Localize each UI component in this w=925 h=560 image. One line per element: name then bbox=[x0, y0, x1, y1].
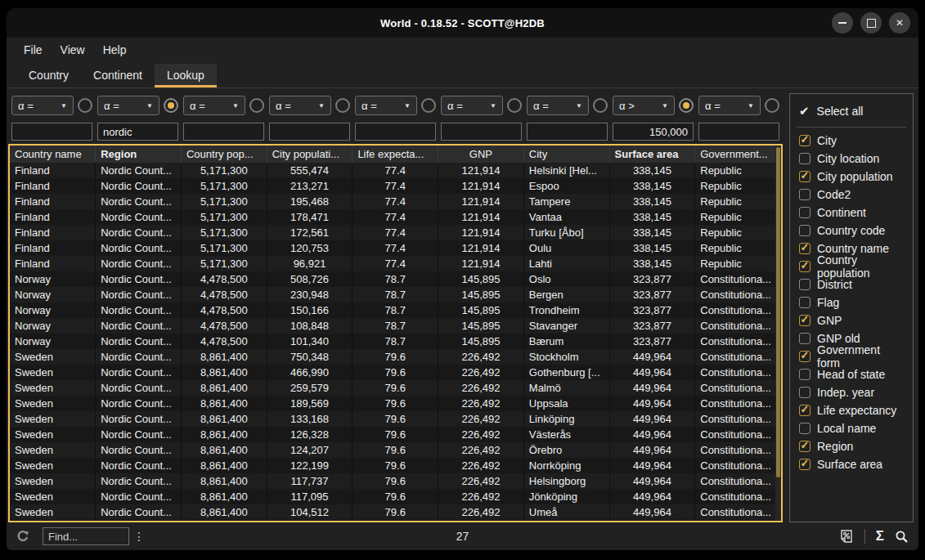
filter-active-radio-9[interactable] bbox=[765, 98, 779, 113]
table-row[interactable]: FinlandNordic Count...5,171,300172,56177… bbox=[10, 225, 781, 240]
table-row[interactable]: SwedenNordic Count...8,861,400117,73779.… bbox=[10, 473, 781, 489]
table-row[interactable]: FinlandNordic Count...5,171,300213,27177… bbox=[10, 178, 781, 194]
column-header-surface-area[interactable]: Surface area bbox=[609, 146, 695, 163]
table-row[interactable]: SwedenNordic Count...8,861,400189,56979.… bbox=[10, 396, 781, 411]
column-header-city[interactable]: City bbox=[523, 146, 609, 163]
table-cell-city: Oulu bbox=[523, 240, 609, 256]
field-toggle-city-population[interactable]: City population bbox=[790, 168, 913, 186]
filter-active-radio-1[interactable] bbox=[78, 98, 92, 113]
table-row[interactable]: FinlandNordic Count...5,171,300178,47177… bbox=[10, 209, 781, 225]
field-toggle-city[interactable]: City bbox=[790, 132, 913, 150]
table-cell-government: Constitutiona... bbox=[695, 442, 781, 458]
table-cell-gnp: 145,895 bbox=[438, 287, 524, 302]
field-toggle-continent[interactable]: Continent bbox=[790, 204, 913, 222]
tab-continent[interactable]: Continent bbox=[81, 64, 155, 87]
titlebar[interactable]: World - 0.18.52 - SCOTT@H2DB ✕ bbox=[7, 8, 918, 38]
table-row[interactable]: NorwayNordic Count...4,478,500508,72678.… bbox=[10, 271, 781, 287]
table-vertical-scrollbar[interactable] bbox=[775, 146, 781, 521]
table-row[interactable]: NorwayNordic Count...4,478,500150,16678.… bbox=[10, 302, 781, 318]
table-row[interactable]: NorwayNordic Count...4,478,500101,34078.… bbox=[10, 334, 781, 349]
filter-operator-dropdown-1[interactable]: α =▼ bbox=[11, 96, 74, 115]
field-toggle-gnp[interactable]: GNP bbox=[790, 311, 913, 329]
filter-active-radio-6[interactable] bbox=[507, 98, 522, 113]
filter-operator-dropdown-9[interactable]: α =▼ bbox=[698, 96, 761, 115]
field-toggle-surface-area[interactable]: Surface area bbox=[790, 455, 913, 473]
table-row[interactable]: SwedenNordic Count...8,861,400750,34879.… bbox=[10, 349, 781, 365]
filter-value-input-9[interactable] bbox=[698, 123, 779, 141]
column-header-city-populati[interactable]: City populati... bbox=[267, 146, 352, 163]
table-cell-city: Helsinki [Hel... bbox=[523, 163, 609, 178]
field-toggle-code2[interactable]: Code2 bbox=[790, 186, 913, 204]
filter-operator-dropdown-2[interactable]: α =▼ bbox=[97, 96, 159, 115]
table-row[interactable]: SwedenNordic Count...8,861,400104,51279.… bbox=[10, 504, 781, 520]
field-toggle-life-expectancy[interactable]: Life expectancy bbox=[790, 401, 913, 419]
table-cell-region: Nordic Count... bbox=[96, 458, 182, 473]
table-row[interactable]: NorwayNordic Count...4,478,500108,84878.… bbox=[10, 318, 781, 334]
table-row[interactable]: FinlandNordic Count...5,171,300120,75377… bbox=[10, 240, 781, 256]
field-toggle-country-population[interactable]: Country population bbox=[790, 258, 913, 276]
menu-help[interactable]: Help bbox=[94, 40, 136, 60]
tab-country[interactable]: Country bbox=[16, 64, 81, 87]
column-header-region[interactable]: Region bbox=[96, 146, 182, 163]
aggregate-sum-button[interactable]: Σ bbox=[876, 528, 884, 544]
filter-operator-dropdown-8[interactable]: α >▼ bbox=[613, 96, 675, 115]
results-table[interactable]: Country nameRegionCountry pop...City pop… bbox=[8, 144, 783, 522]
filter-value-input-1[interactable] bbox=[11, 123, 92, 141]
column-header-life-expecta[interactable]: Life expecta... bbox=[352, 146, 438, 163]
field-toggle-government-form[interactable]: Government form bbox=[790, 347, 913, 365]
menu-view[interactable]: View bbox=[52, 40, 94, 60]
filter-operator-dropdown-4[interactable]: α =▼ bbox=[269, 96, 331, 115]
maximize-button[interactable] bbox=[860, 12, 882, 34]
table-row[interactable]: FinlandNordic Count...5,171,300195,46877… bbox=[10, 194, 781, 209]
filter-active-radio-8[interactable] bbox=[679, 98, 694, 113]
table-row[interactable]: SwedenNordic Count...8,861,400133,16879.… bbox=[10, 411, 781, 427]
field-toggle-indep-year[interactable]: Indep. year bbox=[790, 383, 913, 401]
filter-active-radio-2[interactable] bbox=[164, 98, 178, 113]
filter-active-radio-5[interactable] bbox=[421, 98, 436, 113]
statistics-panel-button[interactable] bbox=[839, 529, 854, 544]
field-toggle-city-location[interactable]: City location bbox=[790, 150, 913, 168]
column-header-country-name[interactable]: Country name bbox=[10, 146, 96, 163]
filter-active-radio-3[interactable] bbox=[249, 98, 264, 113]
column-header-government[interactable]: Government... bbox=[695, 146, 781, 163]
table-row[interactable]: SwedenNordic Count...8,861,400124,20779.… bbox=[10, 442, 781, 458]
scrollbar-thumb[interactable] bbox=[776, 147, 780, 477]
minimize-button[interactable] bbox=[832, 12, 853, 34]
field-toggle-local-name[interactable]: Local name bbox=[790, 419, 913, 437]
table-row[interactable]: FinlandNordic Count...5,171,30096,92177.… bbox=[10, 256, 781, 271]
filter-active-radio-7[interactable] bbox=[593, 98, 608, 113]
tab-lookup[interactable]: Lookup bbox=[155, 64, 217, 87]
menu-file[interactable]: File bbox=[15, 40, 52, 60]
table-row[interactable]: FinlandNordic Count...5,171,300555,47477… bbox=[10, 163, 781, 178]
close-button[interactable]: ✕ bbox=[889, 12, 910, 34]
table-row[interactable]: SwedenNordic Count...8,861,400122,19979.… bbox=[10, 458, 781, 473]
filter-operator-dropdown-7[interactable]: α =▼ bbox=[527, 96, 589, 115]
table-cell-city: Vantaa bbox=[523, 209, 609, 225]
filter-operator-dropdown-5[interactable]: α =▼ bbox=[355, 96, 417, 115]
table-row[interactable]: SwedenNordic Count...8,861,400126,32879.… bbox=[10, 427, 781, 442]
field-toggle-flag[interactable]: Flag bbox=[790, 293, 913, 311]
filter-active-radio-4[interactable] bbox=[335, 98, 350, 113]
select-all-button[interactable]: ✔ Select all bbox=[790, 97, 913, 123]
field-toggle-country-code[interactable]: Country code bbox=[790, 222, 913, 240]
filter-value-input-4[interactable] bbox=[269, 123, 350, 141]
table-row[interactable]: SwedenNordic Count...8,861,400259,57979.… bbox=[10, 380, 781, 396]
table-cell-city-populati: 213,271 bbox=[267, 178, 352, 194]
filter-operator-dropdown-3[interactable]: α =▼ bbox=[183, 96, 245, 115]
table-row[interactable]: NorwayNordic Count...4,478,500230,94878.… bbox=[10, 287, 781, 302]
column-header-gnp[interactable]: GNP bbox=[438, 146, 524, 163]
filter-operator-dropdown-6[interactable]: α =▼ bbox=[441, 96, 503, 115]
table-cell-country-pop: 5,171,300 bbox=[181, 163, 267, 178]
filter-value-input-2[interactable] bbox=[97, 123, 178, 141]
filter-value-input-7[interactable] bbox=[527, 123, 608, 141]
table-row[interactable]: SwedenNordic Count...8,861,400466,99079.… bbox=[10, 365, 781, 380]
filter-value-input-8[interactable] bbox=[613, 123, 694, 141]
column-header-country-pop[interactable]: Country pop... bbox=[181, 146, 267, 163]
table-cell-life-expecta: 79.6 bbox=[352, 504, 438, 520]
filter-value-input-3[interactable] bbox=[183, 123, 264, 141]
filter-value-input-5[interactable] bbox=[355, 123, 436, 141]
field-toggle-region[interactable]: Region bbox=[790, 437, 913, 455]
table-row[interactable]: SwedenNordic Count...8,861,400117,09579.… bbox=[10, 489, 781, 504]
search-button[interactable] bbox=[895, 530, 909, 544]
filter-value-input-6[interactable] bbox=[441, 123, 522, 141]
